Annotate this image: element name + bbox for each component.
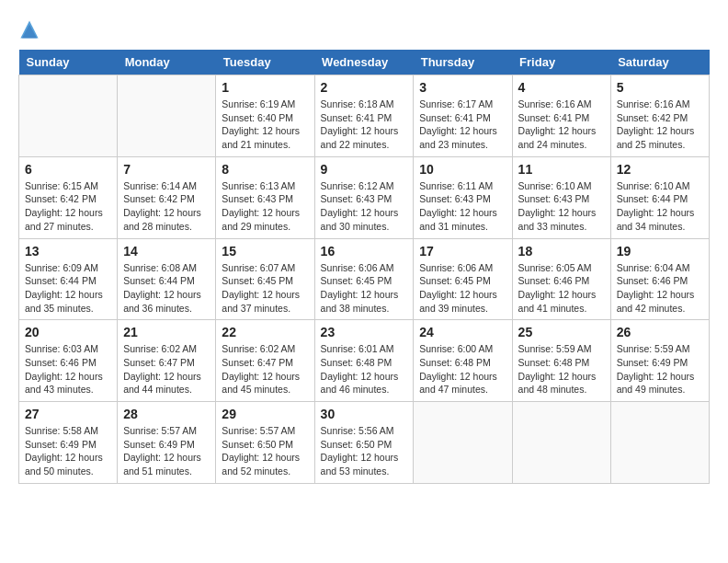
- calendar-cell: 30Sunrise: 5:56 AMSunset: 6:50 PMDayligh…: [314, 402, 414, 484]
- cell-info: Sunrise: 5:58 AMSunset: 6:49 PMDaylight:…: [25, 424, 111, 478]
- page-header: [18, 18, 710, 40]
- day-number: 29: [222, 407, 308, 421]
- cell-info: Sunrise: 6:02 AMSunset: 6:47 PMDaylight:…: [123, 342, 210, 396]
- day-header-monday: Monday: [118, 50, 216, 75]
- day-number: 27: [25, 407, 111, 421]
- day-header-saturday: Saturday: [610, 50, 709, 75]
- day-header-wednesday: Wednesday: [314, 50, 414, 75]
- day-number: 26: [617, 325, 703, 339]
- cell-info: Sunrise: 6:10 AMSunset: 6:43 PMDaylight:…: [518, 179, 605, 234]
- calendar-cell: 10Sunrise: 6:11 AMSunset: 6:43 PMDayligh…: [414, 156, 512, 238]
- day-number: 9: [321, 162, 408, 177]
- cell-info: Sunrise: 6:03 AMSunset: 6:46 PMDaylight:…: [25, 342, 111, 396]
- calendar-cell: 26Sunrise: 5:59 AMSunset: 6:49 PMDayligh…: [610, 320, 709, 402]
- day-number: 13: [25, 244, 111, 259]
- cell-info: Sunrise: 6:16 AMSunset: 6:41 PMDaylight:…: [518, 98, 605, 152]
- day-number: 10: [419, 162, 506, 177]
- calendar-cell: 15Sunrise: 6:07 AMSunset: 6:45 PMDayligh…: [216, 238, 314, 320]
- day-header-sunday: Sunday: [19, 50, 118, 75]
- day-number: 2: [321, 80, 408, 95]
- calendar-week-row: 27Sunrise: 5:58 AMSunset: 6:49 PMDayligh…: [19, 402, 710, 484]
- day-header-thursday: Thursday: [414, 50, 512, 75]
- day-number: 19: [617, 244, 703, 259]
- cell-info: Sunrise: 6:05 AMSunset: 6:46 PMDaylight:…: [518, 261, 605, 316]
- calendar-cell: 3Sunrise: 6:17 AMSunset: 6:41 PMDaylight…: [414, 75, 512, 157]
- calendar-cell: 29Sunrise: 5:57 AMSunset: 6:50 PMDayligh…: [216, 402, 314, 484]
- cell-info: Sunrise: 6:00 AMSunset: 6:48 PMDaylight:…: [419, 342, 506, 396]
- logo: [18, 18, 44, 40]
- cell-info: Sunrise: 6:08 AMSunset: 6:44 PMDaylight:…: [123, 261, 210, 316]
- calendar-header-row: SundayMondayTuesdayWednesdayThursdayFrid…: [19, 50, 710, 75]
- calendar-week-row: 6Sunrise: 6:15 AMSunset: 6:42 PMDaylight…: [19, 156, 710, 238]
- cell-info: Sunrise: 6:11 AMSunset: 6:43 PMDaylight:…: [419, 179, 506, 234]
- calendar-cell: 23Sunrise: 6:01 AMSunset: 6:48 PMDayligh…: [314, 320, 414, 402]
- cell-info: Sunrise: 6:02 AMSunset: 6:47 PMDaylight:…: [222, 342, 308, 396]
- cell-info: Sunrise: 6:19 AMSunset: 6:40 PMDaylight:…: [222, 98, 308, 152]
- calendar-cell: 17Sunrise: 6:06 AMSunset: 6:45 PMDayligh…: [414, 238, 512, 320]
- calendar-cell: 4Sunrise: 6:16 AMSunset: 6:41 PMDaylight…: [512, 75, 610, 157]
- day-number: 8: [222, 162, 308, 177]
- calendar-cell: 25Sunrise: 5:59 AMSunset: 6:48 PMDayligh…: [512, 320, 610, 402]
- cell-info: Sunrise: 6:15 AMSunset: 6:42 PMDaylight:…: [25, 179, 111, 234]
- calendar-cell: 14Sunrise: 6:08 AMSunset: 6:44 PMDayligh…: [118, 238, 216, 320]
- day-number: 22: [222, 325, 308, 339]
- calendar-cell: 22Sunrise: 6:02 AMSunset: 6:47 PMDayligh…: [216, 320, 314, 402]
- day-number: 24: [419, 325, 506, 339]
- day-number: 4: [518, 80, 605, 95]
- calendar-cell: 18Sunrise: 6:05 AMSunset: 6:46 PMDayligh…: [512, 238, 610, 320]
- calendar-week-row: 13Sunrise: 6:09 AMSunset: 6:44 PMDayligh…: [19, 238, 710, 320]
- calendar-cell: 7Sunrise: 6:14 AMSunset: 6:42 PMDaylight…: [118, 156, 216, 238]
- cell-info: Sunrise: 6:01 AMSunset: 6:48 PMDaylight:…: [321, 342, 408, 396]
- calendar-cell: 12Sunrise: 6:10 AMSunset: 6:44 PMDayligh…: [610, 156, 709, 238]
- day-number: 18: [518, 244, 605, 259]
- day-number: 3: [419, 80, 506, 95]
- calendar-cell: 5Sunrise: 6:16 AMSunset: 6:42 PMDaylight…: [610, 75, 709, 157]
- day-number: 17: [419, 244, 506, 259]
- day-number: 23: [321, 325, 408, 339]
- calendar-cell: 13Sunrise: 6:09 AMSunset: 6:44 PMDayligh…: [19, 238, 118, 320]
- day-number: 5: [617, 80, 703, 95]
- day-number: 7: [123, 162, 210, 177]
- day-header-friday: Friday: [512, 50, 610, 75]
- day-number: 6: [25, 162, 111, 177]
- cell-info: Sunrise: 5:57 AMSunset: 6:49 PMDaylight:…: [123, 424, 210, 478]
- calendar-cell: 2Sunrise: 6:18 AMSunset: 6:41 PMDaylight…: [314, 75, 414, 157]
- day-number: 15: [222, 244, 308, 259]
- cell-info: Sunrise: 6:14 AMSunset: 6:42 PMDaylight:…: [123, 179, 210, 234]
- calendar-cell: 21Sunrise: 6:02 AMSunset: 6:47 PMDayligh…: [118, 320, 216, 402]
- day-number: 21: [123, 325, 210, 339]
- calendar-table: SundayMondayTuesdayWednesdayThursdayFrid…: [18, 50, 710, 484]
- day-number: 28: [123, 407, 210, 421]
- logo-icon: [18, 18, 40, 40]
- calendar-cell: 6Sunrise: 6:15 AMSunset: 6:42 PMDaylight…: [19, 156, 118, 238]
- day-number: 1: [222, 80, 308, 95]
- day-number: 14: [123, 244, 210, 259]
- calendar-cell: 27Sunrise: 5:58 AMSunset: 6:49 PMDayligh…: [19, 402, 118, 484]
- cell-info: Sunrise: 5:59 AMSunset: 6:49 PMDaylight:…: [617, 342, 703, 396]
- calendar-cell: [118, 75, 216, 157]
- cell-info: Sunrise: 6:12 AMSunset: 6:43 PMDaylight:…: [321, 179, 408, 234]
- calendar-cell: 19Sunrise: 6:04 AMSunset: 6:46 PMDayligh…: [610, 238, 709, 320]
- calendar-cell: 8Sunrise: 6:13 AMSunset: 6:43 PMDaylight…: [216, 156, 314, 238]
- calendar-cell: [19, 75, 118, 157]
- cell-info: Sunrise: 6:18 AMSunset: 6:41 PMDaylight:…: [321, 98, 408, 152]
- cell-info: Sunrise: 6:09 AMSunset: 6:44 PMDaylight:…: [25, 261, 111, 316]
- calendar-cell: [610, 402, 709, 484]
- cell-info: Sunrise: 6:07 AMSunset: 6:45 PMDaylight:…: [222, 261, 308, 316]
- cell-info: Sunrise: 5:56 AMSunset: 6:50 PMDaylight:…: [321, 424, 408, 478]
- calendar-cell: [414, 402, 512, 484]
- day-number: 12: [617, 162, 703, 177]
- calendar-cell: 1Sunrise: 6:19 AMSunset: 6:40 PMDaylight…: [216, 75, 314, 157]
- day-number: 30: [321, 407, 408, 421]
- cell-info: Sunrise: 6:10 AMSunset: 6:44 PMDaylight:…: [617, 179, 703, 234]
- calendar-week-row: 1Sunrise: 6:19 AMSunset: 6:40 PMDaylight…: [19, 75, 710, 157]
- day-header-tuesday: Tuesday: [216, 50, 314, 75]
- calendar-cell: 28Sunrise: 5:57 AMSunset: 6:49 PMDayligh…: [118, 402, 216, 484]
- calendar-cell: 20Sunrise: 6:03 AMSunset: 6:46 PMDayligh…: [19, 320, 118, 402]
- cell-info: Sunrise: 6:17 AMSunset: 6:41 PMDaylight:…: [419, 98, 506, 152]
- cell-info: Sunrise: 5:59 AMSunset: 6:48 PMDaylight:…: [518, 342, 605, 396]
- calendar-cell: 11Sunrise: 6:10 AMSunset: 6:43 PMDayligh…: [512, 156, 610, 238]
- calendar-cell: [512, 402, 610, 484]
- calendar-cell: 16Sunrise: 6:06 AMSunset: 6:45 PMDayligh…: [314, 238, 414, 320]
- cell-info: Sunrise: 6:13 AMSunset: 6:43 PMDaylight:…: [222, 179, 308, 234]
